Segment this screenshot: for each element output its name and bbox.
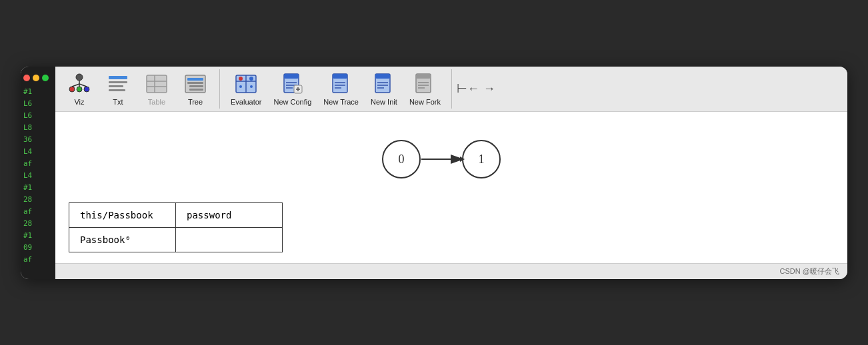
new-init-label: New Init: [371, 98, 397, 106]
main-area: Viz Txt: [55, 67, 847, 279]
svg-rect-10: [109, 89, 125, 91]
node-0-label: 0: [399, 153, 405, 166]
viz-icon: [67, 72, 91, 96]
code-line: #1: [23, 87, 53, 97]
graph-svg: 0 1: [351, 129, 551, 189]
svg-rect-16: [187, 78, 203, 81]
table-cell: [176, 227, 283, 252]
new-fork-button[interactable]: New Fork: [404, 69, 446, 109]
nav-right-button[interactable]: →: [479, 73, 500, 105]
table-icon: [145, 72, 169, 96]
new-config-label: New Config: [273, 98, 311, 106]
nav-group: ⊢← →: [452, 69, 505, 109]
toolbar: Viz Txt: [55, 67, 847, 112]
table-cell: Passbook⁰: [69, 227, 176, 252]
code-line: af: [23, 159, 53, 169]
code-line: af: [23, 254, 53, 265]
node-1-label: 1: [479, 153, 485, 166]
svg-point-24: [249, 77, 253, 81]
svg-rect-9: [109, 85, 123, 87]
newconfig-icon: [281, 72, 305, 96]
code-line: 09: [23, 242, 53, 253]
table-label: Table: [148, 98, 165, 106]
svg-rect-17: [187, 82, 203, 84]
tree-button[interactable]: Tree: [177, 69, 214, 109]
newfork-icon: [413, 72, 437, 96]
action-group: Evaluator: [220, 69, 452, 109]
code-line: L8: [23, 123, 53, 133]
svg-rect-41: [375, 74, 390, 79]
svg-rect-28: [284, 74, 299, 79]
svg-point-0: [76, 74, 83, 81]
table-row: this/Passbook password: [69, 202, 283, 227]
evaluator-label: Evaluator: [231, 98, 261, 106]
arrow-right-icon: →: [483, 82, 495, 96]
new-fork-label: New Fork: [409, 98, 441, 106]
evaluator-icon: [234, 72, 258, 96]
code-panel: #1 L6 L6 L8 36 L4 af L4 #1 28 af 28 #1 0…: [21, 67, 55, 279]
nav-left-button[interactable]: ⊢←: [457, 73, 479, 105]
graph-visualization: 0 1: [69, 123, 834, 202]
footer: CSDN @暖仔会飞: [55, 263, 847, 279]
new-trace-button[interactable]: New Trace: [318, 69, 364, 109]
code-line: 28: [23, 218, 53, 229]
newtrace-icon: [329, 72, 353, 96]
code-line: af: [23, 206, 53, 217]
data-table: this/Passbook password Passbook⁰: [69, 202, 283, 252]
txt-icon: [106, 72, 130, 96]
footer-text: CSDN @暖仔会飞: [780, 267, 839, 275]
tree-icon: [183, 72, 207, 96]
svg-point-23: [239, 77, 243, 81]
svg-line-6: [79, 84, 87, 87]
tree-label: Tree: [188, 98, 203, 106]
svg-point-3: [77, 87, 82, 92]
code-line: 28: [23, 194, 53, 205]
code-line: #1: [23, 230, 53, 241]
code-line: 36: [23, 135, 53, 145]
svg-line-5: [72, 84, 79, 87]
table-row: Passbook⁰: [69, 227, 283, 252]
svg-rect-46: [416, 74, 431, 79]
evaluator-button[interactable]: Evaluator: [225, 69, 267, 109]
new-trace-label: New Trace: [323, 98, 359, 106]
new-config-button[interactable]: New Config: [268, 69, 317, 109]
code-line: L6: [23, 99, 53, 109]
viz-label: Viz: [74, 98, 84, 106]
svg-rect-36: [333, 74, 347, 79]
table-cell: this/Passbook: [69, 202, 176, 227]
newinit-icon: [372, 72, 396, 96]
svg-rect-11: [147, 75, 167, 93]
new-init-button[interactable]: New Init: [365, 69, 403, 109]
code-line: L4: [23, 171, 53, 181]
code-line: L6: [23, 111, 53, 121]
table-cell: password: [176, 202, 283, 227]
viz-button[interactable]: Viz: [61, 69, 98, 109]
main-window: #1 L6 L6 L8 36 L4 af L4 #1 28 af 28 #1 0…: [21, 67, 847, 279]
view-group: Viz Txt: [55, 69, 220, 109]
svg-point-26: [250, 85, 253, 88]
code-line: #1: [23, 182, 53, 193]
arrow-left-icon: ⊢←: [457, 81, 479, 96]
svg-point-1: [69, 87, 75, 92]
svg-point-2: [84, 87, 89, 92]
svg-rect-7: [109, 76, 127, 79]
content-area: 0 1 this/Passbook password Passbook⁰: [55, 112, 847, 263]
svg-rect-19: [189, 89, 203, 91]
txt-label: Txt: [113, 98, 123, 106]
table-button[interactable]: Table: [138, 69, 175, 109]
svg-point-25: [239, 85, 242, 88]
svg-rect-8: [109, 81, 127, 83]
txt-button[interactable]: Txt: [99, 69, 137, 109]
code-line: L4: [23, 147, 53, 157]
svg-rect-18: [189, 85, 203, 87]
